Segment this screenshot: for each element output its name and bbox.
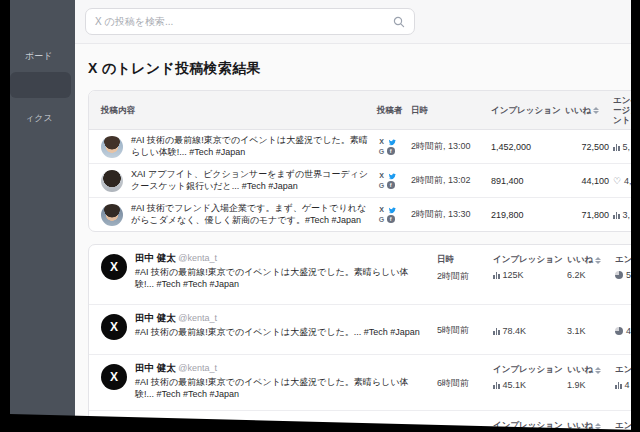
pie-chart-icon bbox=[615, 271, 623, 279]
column-header-engagement: エンゲ bbox=[615, 254, 631, 266]
post-text: #AI 技術の最前線!東京でのイベントは大盛況でした。素晴らしい体験!... #… bbox=[135, 267, 427, 290]
impressions-value: 891,400 bbox=[491, 176, 565, 186]
twitter-bird-icon bbox=[387, 205, 396, 214]
sidebar: ボード ィクス bbox=[10, 0, 75, 432]
post-text: #AI 技術の最前線!東京でのイベントは大盛況でした。素晴らしい体験!... #… bbox=[135, 377, 427, 400]
impressions-value: 125K bbox=[503, 270, 524, 280]
likes-value: 72,500 bbox=[565, 142, 613, 152]
avatar bbox=[101, 204, 123, 226]
engagement-value: 5, bbox=[623, 142, 631, 152]
x-icon: X bbox=[377, 205, 386, 214]
bar-chart-icon bbox=[613, 211, 620, 219]
likes-value: 3.1K bbox=[567, 326, 615, 336]
bar-chart-icon bbox=[493, 381, 500, 389]
column-header-likes[interactable]: いいね bbox=[567, 254, 615, 266]
feed-table: X 田中 健太 @kenta_t #AI 技術の最前線!東京でのイベントは大盛況… bbox=[88, 244, 631, 432]
impressions-value: 219,800 bbox=[491, 210, 565, 220]
column-header-impressions: インプレッション bbox=[493, 364, 567, 376]
x-icon: X bbox=[377, 137, 386, 146]
bar-chart-icon bbox=[493, 271, 500, 279]
impressions-value: 78.4K bbox=[503, 326, 527, 336]
pie-chart-icon bbox=[615, 327, 623, 335]
topbar bbox=[75, 0, 631, 44]
column-header-likes[interactable]: いいね bbox=[567, 364, 615, 376]
avatar bbox=[101, 170, 123, 192]
post-datetime: 2時間前 bbox=[437, 270, 493, 283]
post-datetime: 6時間前 bbox=[437, 377, 493, 390]
column-header-datetime: 日時 bbox=[437, 254, 493, 266]
heart-icon: ♡ bbox=[613, 177, 621, 185]
likes-header-label: いいね bbox=[567, 364, 593, 376]
facebook-icon: f bbox=[387, 181, 395, 189]
avatar bbox=[101, 136, 123, 158]
post-datetime: 2時間前, 13:30 bbox=[411, 208, 491, 221]
column-header-likes[interactable]: いいね bbox=[565, 101, 613, 119]
author-handle[interactable]: @kenta_t bbox=[178, 363, 217, 373]
sidebar-item-selected[interactable] bbox=[10, 72, 71, 98]
impressions-value: 1,452,000 bbox=[491, 142, 565, 152]
author-name[interactable]: 田中 健太 bbox=[135, 252, 176, 263]
post-text: #AI 技術の最前線!東京でのイベントは大盛況でした。... #Tech #Ja… bbox=[135, 327, 420, 339]
sidebar-item-analytics[interactable]: ィクス bbox=[10, 106, 71, 130]
likes-value: 6.2K bbox=[567, 270, 615, 280]
sort-icon[interactable] bbox=[595, 367, 601, 374]
likes-value: 71,800 bbox=[565, 210, 613, 220]
likes-header-label: いいね bbox=[567, 254, 593, 266]
twitter-bird-icon bbox=[387, 171, 396, 180]
sidebar-item-dashboard[interactable]: ボード bbox=[10, 44, 71, 68]
author-handle[interactable]: @kenta_t bbox=[178, 313, 217, 323]
bar-chart-icon bbox=[615, 381, 622, 389]
likes-value: 1.9K bbox=[567, 380, 615, 390]
column-header-datetime: 日時 bbox=[411, 101, 491, 119]
results-table: 投稿内容 投稿者 日時 インプレッション いいね エンゲージメント #AI 技術… bbox=[88, 90, 631, 232]
results-table-header: 投稿内容 投稿者 日時 インプレッション いいね エンゲージメント bbox=[89, 91, 631, 130]
search-box[interactable] bbox=[85, 8, 415, 35]
post-text: #AI 技術の最前線!東京でのイベントは大盛況でした。素晴らしい体験!... #… bbox=[131, 135, 369, 158]
impressions-value: 45.1K bbox=[503, 380, 527, 390]
post-datetime: 5時間前 bbox=[437, 324, 493, 337]
engagement-value: 4 bbox=[626, 326, 631, 336]
engagement-value: 4, bbox=[624, 176, 631, 186]
search-input[interactable] bbox=[95, 16, 393, 27]
twitter-bird-icon bbox=[387, 137, 396, 146]
engagement-value: 5 bbox=[626, 270, 631, 280]
bar-chart-icon bbox=[493, 327, 500, 335]
column-header-poster: 投稿者 bbox=[377, 101, 411, 119]
likes-value: 44,100 bbox=[565, 176, 613, 186]
table-row[interactable]: #AI 技術の最前線!東京でのイベントは大盛況でした。素晴らしい体験!... #… bbox=[89, 130, 631, 164]
x-icon: X bbox=[377, 171, 386, 180]
bar-chart-icon bbox=[613, 143, 620, 151]
sort-icon[interactable] bbox=[595, 257, 601, 264]
x-logo-avatar: X bbox=[101, 254, 127, 280]
table-row[interactable]: XAI アプフイト、ビクションサーをまずの世界コーディシクースケット銀行いだと.… bbox=[89, 164, 631, 198]
facebook-icon: f bbox=[387, 147, 395, 155]
post-datetime: 2時間前, 13:02 bbox=[411, 174, 491, 187]
author-handle[interactable]: @kenta_t bbox=[178, 253, 217, 263]
engagement-value: 3, bbox=[623, 210, 631, 220]
column-header-impressions: インプレッション bbox=[491, 101, 565, 119]
post-text: XAI アプフイト、ビクションサーをまずの世界コーディシクースケット銀行いだと.… bbox=[131, 169, 369, 192]
column-header-content: 投稿内容 bbox=[101, 101, 377, 119]
table-row[interactable]: X 田中 健太 @kenta_t #AI 技術の最前線!東京でのイベントは大盛況… bbox=[89, 305, 631, 355]
search-icon bbox=[393, 16, 405, 28]
google-icon: G bbox=[377, 215, 386, 224]
google-icon: G bbox=[377, 181, 386, 190]
app-window: ボード ィクス X のトレンド投稿検索結果 投稿内容 bbox=[10, 0, 631, 432]
column-header-engagement: エンゲージメント bbox=[613, 91, 631, 129]
author-name[interactable]: 田中 健太 bbox=[135, 312, 176, 323]
column-header-impressions: インプレッション bbox=[493, 254, 567, 266]
column-header-engagement: エンゲ bbox=[615, 364, 631, 376]
engagement-value: 4 bbox=[625, 380, 630, 390]
author-name[interactable]: 田中 健太 bbox=[135, 362, 176, 373]
x-logo-avatar: X bbox=[101, 314, 127, 340]
post-datetime: 2時間前, 13:00 bbox=[411, 140, 491, 153]
facebook-icon: f bbox=[387, 215, 395, 223]
table-row[interactable]: X 田中 健太 @kenta_t #AI 技術の最前線!東京でのイベントは大盛況… bbox=[89, 355, 631, 411]
page-title: X のトレンド投稿検索結果 bbox=[88, 60, 631, 78]
sort-icon[interactable] bbox=[593, 107, 599, 114]
table-row[interactable]: X 田中 健太 @kenta_t #AI 技術の最前線!東京でのイベントは大盛況… bbox=[89, 245, 631, 305]
likes-header-label: いいね bbox=[565, 105, 591, 115]
google-icon: G bbox=[377, 147, 386, 156]
table-row[interactable]: #AI 技術でフレンド入場企業です。まず、ゲートでりれながらこダメなく、優しく新… bbox=[89, 198, 631, 231]
post-text: #AI 技術でフレンド入場企業です。まず、ゲートでりれながらこダメなく、優しく新… bbox=[131, 203, 369, 226]
